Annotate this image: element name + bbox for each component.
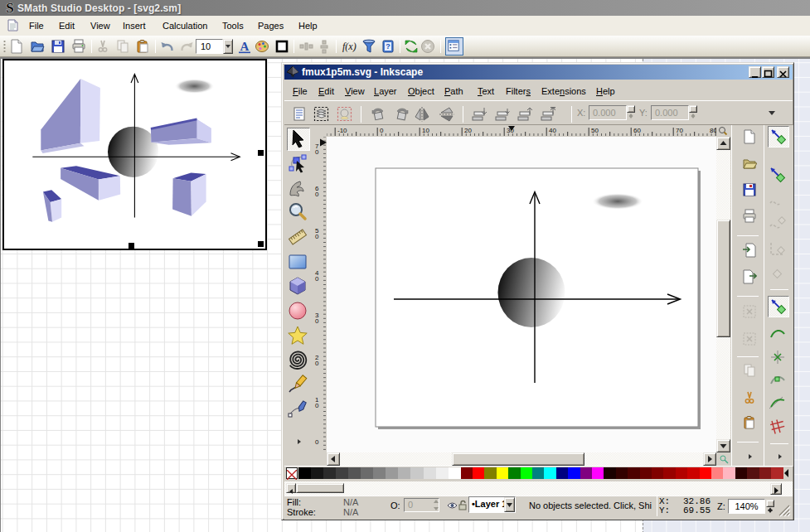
svg-text:f(x): f(x)	[342, 41, 356, 52]
svg-text:0: 0	[315, 317, 319, 325]
svg-text:A: A	[240, 40, 250, 53]
svg-text:?: ?	[386, 42, 390, 51]
svg-text:50: 50	[591, 127, 599, 134]
svg-text:0: 0	[315, 191, 319, 198]
svg-text:0: 0	[380, 127, 384, 134]
svg-text:0: 0	[315, 275, 319, 283]
svg-text:80: 80	[710, 127, 716, 134]
svg-text:-10: -10	[337, 127, 347, 134]
svg-text:70: 70	[676, 127, 683, 134]
svg-text:0: 0	[315, 402, 319, 409]
svg-text:20: 20	[464, 127, 472, 134]
svg-text:40: 40	[549, 127, 556, 134]
svg-text:0: 0	[315, 233, 319, 240]
svg-text:60: 60	[633, 127, 641, 134]
svg-text:0: 0	[315, 360, 319, 367]
svg-text:S: S	[6, 1, 13, 15]
svg-text:0: 0	[315, 438, 319, 446]
svg-text:0: 0	[315, 148, 319, 156]
svg-text:10: 10	[422, 127, 429, 134]
